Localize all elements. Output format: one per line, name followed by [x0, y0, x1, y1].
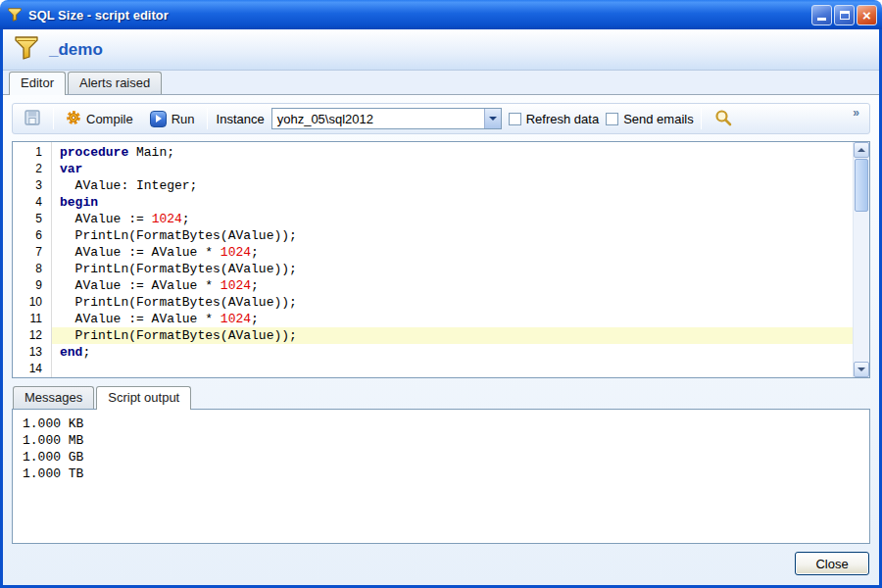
line-number: 9 — [13, 277, 51, 294]
tab-editor[interactable]: Editor — [9, 72, 66, 95]
search-button[interactable] — [709, 105, 738, 133]
output-tabs: Messages Script output — [12, 384, 870, 409]
checkbox-box-icon — [509, 113, 521, 125]
tab-script-output[interactable]: Script output — [96, 386, 191, 410]
instance-value: yohz_05\sql2012 — [272, 112, 484, 126]
send-emails-checkbox[interactable]: Send emails — [606, 112, 694, 126]
main-tabs: Editor Alerts raised — [3, 71, 879, 95]
line-number: 4 — [13, 194, 51, 211]
code-line[interactable]: procedure Main; — [52, 144, 853, 161]
output-line: 1.000 TB — [13, 466, 869, 482]
toolbar-overflow-chevron[interactable]: » — [849, 105, 863, 121]
scrollbar-track[interactable] — [854, 213, 869, 362]
close-button[interactable]: Close — [795, 552, 869, 575]
refresh-data-label: Refresh data — [526, 112, 599, 126]
toolbar-separator — [701, 108, 702, 129]
compile-button[interactable]: Compile — [61, 107, 138, 131]
run-label: Run — [172, 112, 195, 126]
code-line[interactable] — [52, 361, 853, 377]
combo-dropdown-button[interactable] — [484, 109, 501, 128]
save-button[interactable] — [19, 106, 46, 132]
editor-scrollbar[interactable] — [853, 142, 869, 377]
code-line[interactable]: AValue := AValue * 1024; — [52, 311, 853, 327]
search-icon — [713, 108, 733, 130]
maximize-icon — [840, 11, 850, 20]
editor-tab-page: Compile Run Instance yohz_05\sql2012 Ref… — [3, 95, 879, 585]
toolbar-separator — [207, 108, 208, 129]
scroll-up-button[interactable] — [854, 142, 869, 158]
line-number: 3 — [13, 177, 51, 194]
code-line[interactable]: end; — [52, 344, 853, 361]
line-number: 5 — [13, 211, 51, 227]
toolbar: Compile Run Instance yohz_05\sql2012 Ref… — [12, 103, 870, 134]
scroll-down-button[interactable] — [854, 362, 869, 377]
code-line[interactable]: AValue := 1024; — [52, 211, 853, 227]
scrollbar-thumb[interactable] — [855, 159, 868, 212]
script-name: _demo — [49, 40, 103, 60]
line-number: 2 — [13, 161, 51, 177]
save-icon — [24, 109, 41, 129]
toolbar-separator — [53, 108, 54, 129]
code-line[interactable]: PrintLn(FormatBytes(AValue)); — [52, 227, 853, 244]
titlebar[interactable]: SQL Size - script editor × — [0, 0, 882, 29]
code-line[interactable]: begin — [52, 194, 853, 211]
run-play-icon — [150, 111, 167, 127]
window-title: SQL Size - script editor — [28, 8, 806, 23]
minimize-button[interactable] — [811, 5, 832, 25]
code-line[interactable]: AValue := AValue * 1024; — [52, 277, 853, 294]
code-editor[interactable]: 1234567891011121314 procedure Main;var A… — [12, 141, 870, 378]
arrow-down-icon — [858, 368, 865, 371]
line-number: 14 — [13, 361, 51, 377]
send-emails-label: Send emails — [623, 112, 694, 126]
code-line[interactable]: AValue := AValue * 1024; — [52, 244, 853, 261]
output-lines: 1.000 KB1.000 MB1.000 GB1.000 TB — [13, 416, 869, 482]
code-lines[interactable]: procedure Main;var AValue: Integer;begin… — [52, 142, 853, 377]
footer: Close — [12, 544, 870, 585]
tab-alerts-raised[interactable]: Alerts raised — [68, 72, 162, 94]
code-line[interactable]: PrintLn(FormatBytes(AValue)); — [52, 327, 853, 344]
output-line: 1.000 MB — [13, 432, 869, 449]
tab-messages[interactable]: Messages — [13, 386, 94, 409]
close-icon: × — [862, 8, 871, 23]
line-number: 10 — [13, 294, 51, 311]
script-output-panel: 1.000 KB1.000 MB1.000 GB1.000 TB — [12, 409, 870, 544]
arrow-up-icon — [858, 148, 865, 152]
code-line[interactable]: var — [52, 161, 853, 177]
run-button[interactable]: Run — [145, 108, 200, 130]
code-line[interactable]: AValue: Integer; — [52, 177, 853, 194]
script-icon — [13, 34, 40, 66]
code-line[interactable]: PrintLn(FormatBytes(AValue)); — [52, 261, 853, 277]
line-number: 13 — [13, 344, 51, 361]
line-number-gutter: 1234567891011121314 — [13, 142, 52, 377]
line-number: 1 — [13, 144, 51, 161]
maximize-button[interactable] — [834, 5, 855, 25]
instance-label: Instance — [217, 112, 265, 126]
minimize-icon — [817, 18, 826, 21]
line-number: 11 — [13, 311, 51, 327]
output-line: 1.000 GB — [13, 449, 869, 466]
line-number: 12 — [13, 327, 51, 344]
script-header: _demo — [3, 29, 879, 71]
line-number: 7 — [13, 244, 51, 261]
compile-label: Compile — [86, 112, 133, 126]
checkbox-box-icon — [606, 113, 618, 125]
compile-gear-icon — [66, 110, 81, 128]
window-controls: × — [811, 5, 877, 25]
chevron-down-icon — [489, 117, 497, 121]
window-body: _demo Editor Alerts raised — [0, 29, 882, 588]
instance-combobox[interactable]: yohz_05\sql2012 — [271, 108, 502, 129]
app-icon — [7, 7, 23, 23]
app-window: SQL Size - script editor × — [0, 0, 882, 588]
output-line: 1.000 KB — [13, 416, 869, 432]
line-number: 6 — [13, 227, 51, 244]
refresh-data-checkbox[interactable]: Refresh data — [509, 112, 599, 126]
close-window-button[interactable]: × — [857, 5, 877, 25]
line-number: 8 — [13, 261, 51, 277]
code-line[interactable]: PrintLn(FormatBytes(AValue)); — [52, 294, 853, 311]
